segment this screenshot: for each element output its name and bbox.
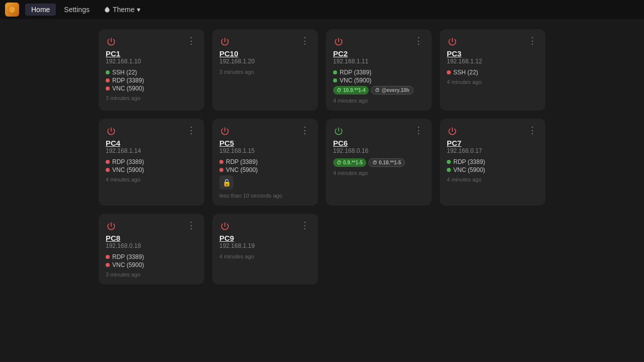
card-time: 3 minutes ago <box>219 69 311 75</box>
tag-icon: ⏱ <box>372 160 377 165</box>
more-menu-button[interactable]: ⋮ <box>299 221 311 230</box>
card-time: 4 minutes ago <box>219 253 311 259</box>
card-pc8: ⋮ PC8 192.168.0.18 RDP (3389) VNC (5900)… <box>99 214 204 285</box>
navbar: Home Settings Theme ▾ <box>0 0 644 19</box>
card-name[interactable]: PC1 <box>106 49 197 58</box>
card-pc4: ⋮ PC4 192.168.1.14 RDP (3389) VNC (5900)… <box>99 119 204 206</box>
service-rdp: RDP (3389) <box>106 158 197 165</box>
card-name[interactable]: PC4 <box>106 139 197 147</box>
card-name[interactable]: PC10 <box>219 49 311 58</box>
card-header: ⋮ <box>106 221 197 232</box>
card-header: ⋮ <box>106 126 197 137</box>
power-icon[interactable] <box>447 36 458 47</box>
card-ip: 192.168.1.12 <box>447 58 538 65</box>
service-vnc: VNC (5900) <box>219 166 311 173</box>
power-icon[interactable] <box>106 221 117 232</box>
card-header: ⋮ <box>106 36 197 47</box>
power-icon[interactable] <box>106 126 117 137</box>
service-label: SSH (22) <box>112 69 137 76</box>
tag: ⏱ @every.10h <box>371 86 413 95</box>
service-rdp: RDP (3389) <box>106 77 197 84</box>
tag-icon: ⏱ <box>337 160 342 165</box>
card-header: ⋮ <box>219 221 311 232</box>
service-vnc: VNC (5900) <box>106 166 197 173</box>
power-icon[interactable] <box>106 36 117 47</box>
nav-theme[interactable]: Theme ▾ <box>98 4 146 16</box>
card-time: 4 minutes ago <box>106 176 197 183</box>
service-status-dot <box>333 78 337 82</box>
power-icon[interactable] <box>333 36 344 47</box>
service-status-dot <box>219 168 223 172</box>
service-rdp: RDP (3389) <box>219 158 311 165</box>
power-icon[interactable] <box>219 221 230 232</box>
more-menu-button[interactable]: ⋮ <box>413 36 425 45</box>
service-label: RDP (3389) <box>112 77 144 84</box>
card-name[interactable]: PC9 <box>219 234 311 242</box>
card-pc6: ⋮ PC6 192.168.0.16 ⏱ 0.9.**1-5 ⏱ 0.18.**… <box>326 119 432 206</box>
card-header: ⋮ <box>219 126 311 137</box>
more-menu-button[interactable]: ⋮ <box>299 126 311 135</box>
more-menu-button[interactable]: ⋮ <box>186 221 197 230</box>
tag: ⏱ 10.9.**1-4 <box>333 86 369 95</box>
card-time: 4 minutes ago <box>447 176 538 183</box>
card-ip: 192.168.1.14 <box>106 147 197 154</box>
power-icon[interactable] <box>333 126 344 137</box>
service-vnc: VNC (5900) <box>333 77 425 84</box>
service-status-dot <box>106 70 110 74</box>
card-pc1: ⋮ PC1 192.168.1.10 SSH (22) RDP (3389) V… <box>99 29 204 111</box>
card-header: ⋮ <box>447 36 538 47</box>
more-menu-button[interactable]: ⋮ <box>413 126 425 135</box>
card-ip: 192.168.1.11 <box>333 58 425 65</box>
theme-icon <box>104 6 111 13</box>
service-ssh: SSH (22) <box>106 69 197 76</box>
service-vnc: VNC (5900) <box>106 85 197 92</box>
service-status-dot <box>106 168 110 172</box>
service-label: SSH (22) <box>453 69 478 76</box>
card-name[interactable]: PC2 <box>333 49 425 58</box>
service-rdp: RDP (3389) <box>447 158 538 165</box>
tag-row: ⏱ 0.9.**1-5 ⏱ 0.18.**1-5 <box>333 158 425 167</box>
tag: ⏱ 0.18.**1-5 <box>368 158 405 167</box>
nav-settings[interactable]: Settings <box>58 4 96 16</box>
card-ip: 192.168.0.17 <box>447 147 538 154</box>
service-label: VNC (5900) <box>112 261 144 268</box>
card-name[interactable]: PC5 <box>219 139 311 147</box>
more-menu-button[interactable]: ⋮ <box>527 36 538 45</box>
card-ip: 192.168.0.18 <box>106 242 197 249</box>
tag-icon: ⏱ <box>337 87 342 93</box>
svg-marker-0 <box>9 6 15 14</box>
power-icon[interactable] <box>447 126 458 137</box>
tag-icon: ⏱ <box>375 87 380 93</box>
service-rdp: RDP (3389) <box>106 253 197 260</box>
card-name[interactable]: PC7 <box>447 139 538 147</box>
more-menu-button[interactable]: ⋮ <box>186 126 197 135</box>
service-ssh: SSH (22) <box>447 69 538 76</box>
theme-caret: ▾ <box>137 6 140 14</box>
service-status-dot <box>447 70 451 74</box>
card-header: ⋮ <box>447 126 538 137</box>
service-status-dot <box>106 78 110 82</box>
card-time: less than 10 seconds ago <box>219 193 311 199</box>
more-menu-button[interactable]: ⋮ <box>186 36 197 45</box>
power-icon[interactable] <box>219 36 230 47</box>
more-menu-button[interactable]: ⋮ <box>527 126 538 135</box>
nav-home[interactable]: Home <box>25 4 56 16</box>
more-menu-button[interactable]: ⋮ <box>299 36 311 45</box>
service-label: VNC (5900) <box>226 166 258 173</box>
service-status-dot <box>106 160 110 164</box>
lock-badge: 🔒 <box>219 175 233 190</box>
power-icon[interactable] <box>219 126 230 137</box>
tag: ⏱ 0.9.**1-5 <box>333 158 366 167</box>
service-vnc: VNC (5900) <box>447 166 538 173</box>
cards-grid: ⋮ PC1 192.168.1.10 SSH (22) RDP (3389) V… <box>0 19 644 295</box>
card-header: ⋮ <box>333 36 425 47</box>
tag-row: ⏱ 10.9.**1-4 ⏱ @every.10h <box>333 86 425 95</box>
service-status-dot <box>219 160 223 164</box>
card-name[interactable]: PC6 <box>333 139 425 147</box>
card-name[interactable]: PC8 <box>106 234 197 242</box>
service-label: RDP (3389) <box>112 253 144 260</box>
service-vnc: VNC (5900) <box>106 261 197 268</box>
card-header: ⋮ <box>333 126 425 137</box>
service-label: RDP (3389) <box>112 158 144 165</box>
card-name[interactable]: PC3 <box>447 49 538 58</box>
